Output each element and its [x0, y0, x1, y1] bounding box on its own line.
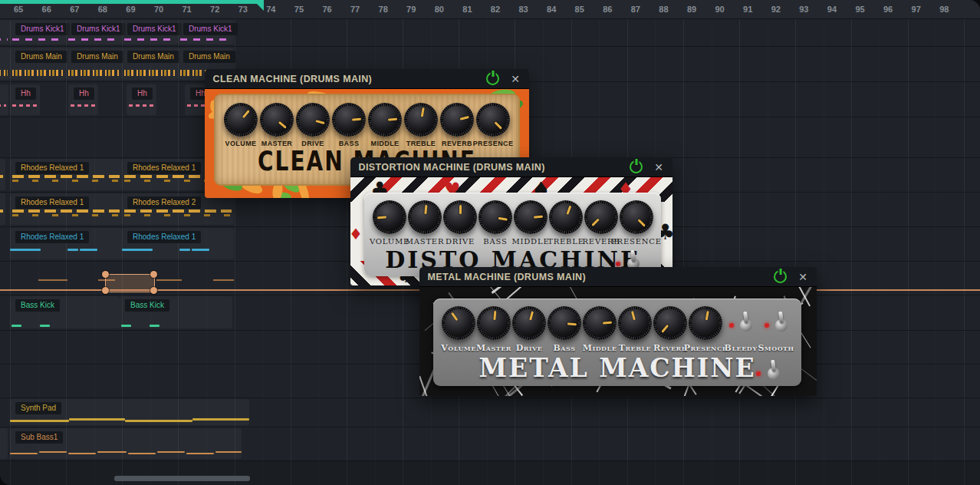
knob-label: TREBLE [548, 237, 584, 246]
clip-drums-kick1[interactable]: Drums Kick1 [178, 20, 234, 45]
clip-rhodes-b[interactable]: Rhodes Relaxed 2 [122, 193, 234, 225]
automation-selected-segment[interactable] [105, 274, 155, 292]
knob-pointer [402, 101, 441, 140]
knob-cell: Bass [547, 306, 582, 353]
clip-drums-main[interactable]: Drums Main [10, 48, 66, 80]
clip-hh[interactable]: Hh [10, 84, 40, 115]
clip-drums-kick1[interactable]: Drums Kick1 [66, 20, 122, 45]
knob-treble[interactable] [618, 306, 652, 340]
knob-pointer-line [352, 117, 361, 120]
clip-drums-kick1[interactable] [0, 20, 10, 45]
knob-treble[interactable] [404, 103, 438, 137]
bar-number: 70 [154, 5, 163, 14]
clip-sub-bass1[interactable] [0, 428, 8, 459]
automation-handle[interactable] [150, 287, 157, 294]
knob-presence[interactable] [620, 200, 653, 234]
knob-cell: PRESENCE [475, 103, 511, 147]
loop-region-marker[interactable] [0, 0, 263, 4]
knob-pointer [253, 96, 301, 144]
knob-master[interactable] [408, 200, 442, 234]
clip-label: Drums Kick1 [127, 23, 182, 35]
knob-drive[interactable] [443, 200, 477, 234]
close-icon[interactable]: ✕ [511, 74, 520, 84]
knob-drive[interactable] [512, 306, 546, 340]
knob-cell: TREBLE [403, 103, 439, 147]
note-segment [68, 453, 96, 454]
clip-rhodes-a[interactable] [0, 159, 5, 190]
clip-drums-main[interactable]: Drums Main [122, 48, 178, 80]
note-preview [12, 175, 120, 178]
knob-row: VolumeMasterDriveBassMiddleTrebleReverbP… [433, 299, 801, 353]
clip-rhodes-b[interactable] [0, 193, 5, 225]
clip-rhodes-a[interactable]: Rhodes Relaxed 1 [10, 159, 122, 190]
automation-handle[interactable] [102, 287, 109, 294]
toggle-switch-smooth[interactable] [775, 319, 788, 332]
knob-middle[interactable] [368, 103, 402, 137]
knob-volume[interactable] [224, 103, 258, 137]
knob-bass[interactable] [332, 103, 366, 137]
note-segment [10, 453, 38, 454]
note-preview [0, 214, 3, 216]
clip-rhodes-c[interactable]: Rhodes Relaxed 1 [122, 228, 234, 259]
knob-label: Volume [441, 343, 476, 353]
close-icon[interactable]: ✕ [798, 272, 807, 282]
power-icon[interactable] [630, 160, 643, 173]
close-icon[interactable]: ✕ [654, 162, 663, 173]
knob-volume[interactable] [442, 306, 475, 340]
knob-row: VOLUMEMASTERDRIVEBASSMIDDLETREBLEREVERBP… [364, 193, 661, 246]
knob-master[interactable] [477, 306, 511, 340]
toggle-switch-bleedy[interactable] [740, 319, 752, 332]
clip-hh[interactable] [0, 84, 8, 115]
bar-number: 88 [659, 5, 668, 14]
clip-drums-kick1[interactable]: Drums Kick1 [10, 20, 66, 45]
knob-bass[interactable] [548, 306, 581, 340]
automation-dash [38, 279, 67, 281]
clip-drums-kick1[interactable]: Drums Kick1 [122, 20, 178, 45]
knob-volume[interactable] [373, 200, 406, 234]
clip-synth-pad[interactable]: Synth Pad [10, 399, 249, 425]
note-segment [215, 451, 242, 453]
clip-drums-main[interactable]: Drums Main [66, 48, 122, 80]
power-icon[interactable] [486, 72, 499, 85]
clip-sub-bass1[interactable]: Sub Bass1 [10, 428, 242, 459]
knob-bass[interactable] [478, 200, 512, 234]
knob-master[interactable] [260, 103, 294, 137]
window-titlebar[interactable]: METAL MACHINE (DRUMS MAIN)✕ [419, 267, 817, 287]
knob-middle[interactable] [583, 306, 617, 340]
knob-pointer-line [603, 321, 612, 324]
knob-pointer-line [278, 120, 287, 128]
note-preview [12, 104, 38, 107]
window-titlebar[interactable]: CLEAN MACHINE (DRUMS MAIN)✕ [205, 69, 529, 89]
knob-pointer-line [662, 325, 669, 333]
bar-number: 96 [883, 5, 893, 14]
clip-bass-kick[interactable]: Bass Kick [120, 296, 232, 328]
knob-middle[interactable] [514, 200, 548, 234]
clip-hh[interactable]: Hh [68, 84, 98, 115]
knob-cell: BASS [478, 200, 513, 246]
horizontal-scrollbar[interactable] [114, 476, 250, 481]
power-icon[interactable] [774, 270, 787, 283]
knob-drive[interactable] [296, 103, 330, 137]
clip-label: Sub Bass1 [15, 431, 63, 444]
toggle-switch[interactable] [768, 368, 780, 380]
knob-presence[interactable] [476, 103, 510, 137]
window-titlebar[interactable]: DISTORTION MACHINE (DRUMS MAIN)✕ [350, 157, 673, 177]
clip-rhodes-c[interactable]: Rhodes Relaxed 1 [10, 228, 122, 259]
automation-handle[interactable] [150, 271, 157, 278]
knob-cell: Middle [582, 306, 617, 353]
amp-brand-name: METAL MACHINE [433, 353, 801, 383]
note-segment [69, 418, 125, 421]
clip-label: Hh [74, 87, 94, 100]
knob-reverb[interactable] [653, 306, 687, 340]
clip-rhodes-b[interactable]: Rhodes Relaxed 1 [10, 193, 122, 225]
toggle-label: Smooth [758, 343, 794, 353]
clip-bass-kick[interactable]: Bass Kick [10, 296, 120, 328]
knob-cell: Volume [441, 306, 476, 353]
knob-presence[interactable] [689, 306, 722, 340]
clip-drums-main[interactable] [0, 48, 10, 80]
note-preview [129, 104, 154, 107]
clip-hh[interactable]: Hh [127, 84, 156, 115]
knob-label: DRIVE [446, 237, 475, 246]
automation-handle[interactable] [102, 271, 109, 278]
clip-label: Drums Main [71, 51, 123, 63]
